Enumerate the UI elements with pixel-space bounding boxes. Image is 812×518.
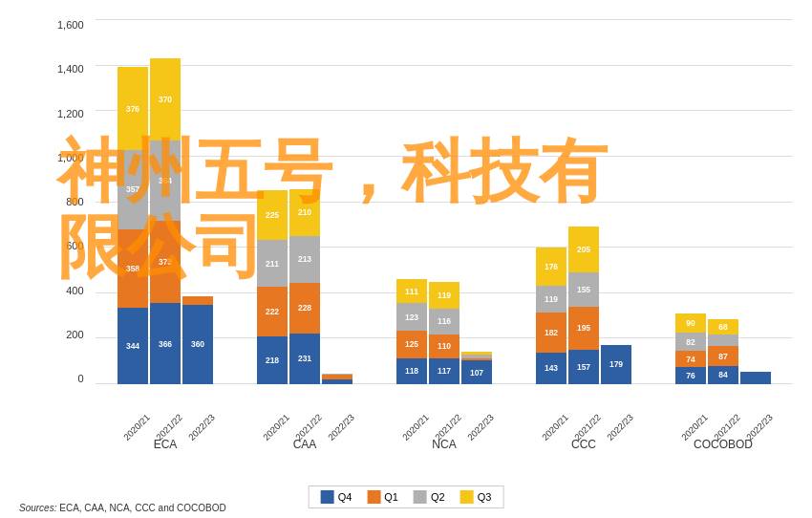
- bar-stack: 3443583573762020/21: [118, 67, 148, 384]
- bar-segment-q3: [461, 352, 492, 355]
- bar-segment-q2: 123: [396, 303, 427, 330]
- bar-segment-q2: 155: [568, 272, 599, 307]
- bar-segment-q2: [708, 335, 738, 347]
- legend-color-q4: [321, 490, 334, 504]
- bar-segment-q3: 111: [396, 279, 427, 304]
- bar-segment-q3: 210: [289, 189, 320, 236]
- bar-stack: 2312282132102021/22: [289, 189, 320, 384]
- bar-value-label: 90: [686, 318, 694, 328]
- bar-value-label: 344: [126, 341, 139, 351]
- bar-segment-q2: 211: [257, 240, 288, 287]
- legend-item-q1: Q1: [367, 490, 398, 504]
- bar-value-label: 228: [298, 303, 311, 313]
- bar-segment-q2: 82: [675, 333, 706, 351]
- bar-segment-q2: [461, 355, 492, 358]
- legend-item-q3: Q3: [460, 490, 492, 504]
- bar-value-label: 176: [545, 262, 558, 271]
- chart-container: 02004006008001,0001,2001,4001,600 344358…: [0, 0, 812, 518]
- bar-segment-q3: 176: [536, 248, 566, 287]
- bar-segment-q1: 195: [568, 307, 599, 350]
- bar-segment-q1: 222: [257, 287, 288, 335]
- bar-segment-q2: 119: [536, 286, 566, 313]
- y-axis-label: 1,400: [57, 63, 84, 75]
- y-axis: 02004006008001,0001,2001,4001,600: [57, 19, 89, 384]
- bar-value-label: 84: [718, 370, 727, 379]
- bar-value-label: 366: [159, 339, 172, 349]
- bar-segment-q1: 125: [396, 331, 427, 358]
- bar-value-label: 110: [438, 341, 451, 351]
- bar-segment-q3: 205: [568, 227, 599, 271]
- bar-value-label: 118: [405, 366, 418, 376]
- bar-segment-q4: 360: [182, 305, 213, 384]
- bar-value-label: 225: [266, 210, 279, 220]
- bar-stack: 1171101161192021/22: [429, 282, 459, 384]
- chart-area: 02004006008001,0001,2001,4001,600 344358…: [57, 19, 793, 442]
- bar-segment-q2: 357: [118, 150, 148, 229]
- y-axis-label: 1,000: [57, 152, 84, 163]
- bar-value-label: 231: [298, 354, 311, 363]
- bar-segment-q1: 110: [429, 335, 459, 358]
- y-axis-label: 400: [66, 285, 83, 296]
- bar-stack: 1431821191762020/21: [536, 248, 566, 384]
- bar-stack: 1571951552052021/22: [568, 227, 599, 384]
- bar-value-label: 143: [545, 363, 558, 373]
- bar-value-label: 155: [577, 285, 590, 294]
- bar-value-label: 218: [266, 356, 279, 365]
- year-label: 2020/21: [121, 412, 152, 442]
- bar-value-label: 222: [266, 307, 279, 316]
- bar-value-label: 119: [545, 294, 558, 304]
- bar-segment-q3: 119: [429, 282, 459, 309]
- bar-stack: 2022/23: [740, 372, 771, 384]
- bar-segment-q4: 344: [118, 308, 148, 384]
- y-axis-label: 200: [66, 329, 83, 340]
- bar-segment-q4: [740, 372, 771, 384]
- bar-stack: 2182222112252020/21: [257, 190, 288, 384]
- bar-value-label: 123: [405, 313, 418, 322]
- bar-value-label: 357: [126, 184, 139, 194]
- category-label-ccc: CCC: [571, 438, 596, 451]
- y-axis-label: 1,600: [57, 19, 84, 31]
- bar-segment-q3: 68: [708, 319, 738, 335]
- category-group-ccc: 1431821191762020/211571951552052021/2217…: [514, 227, 653, 384]
- bar-value-label: 111: [405, 287, 418, 296]
- bar-value-label: 76: [686, 371, 694, 380]
- category-group-cocobod: 767482902020/218487682021/222022/23COCOB…: [653, 313, 793, 384]
- bar-segment-q2: 213: [289, 236, 320, 283]
- legend-color-q1: [367, 490, 380, 504]
- bar-segment-q4: 84: [708, 366, 738, 384]
- category-label-eca: ECA: [154, 438, 178, 451]
- bar-value-label: 210: [298, 207, 311, 217]
- bar-stack: 1072022/23: [461, 352, 492, 384]
- bar-segment-q4: 218: [257, 336, 288, 384]
- y-axis-label: 600: [66, 240, 83, 251]
- legend-item-q4: Q4: [321, 490, 353, 504]
- bar-segment-q3: 370: [150, 58, 181, 140]
- y-axis-label: 1,200: [57, 108, 84, 119]
- bar-segment-q3: 90: [675, 313, 706, 334]
- bar-segment-q4: 118: [396, 358, 427, 384]
- bar-stack: 8487682021/22: [708, 319, 738, 384]
- bar-stack: 3602022/23: [182, 296, 213, 384]
- bar-stack: 3663733643702021/22: [150, 58, 181, 384]
- bar-stack: 2022/23: [322, 374, 353, 384]
- bar-segment-q3: 225: [257, 190, 288, 240]
- bar-segment-q4: 76: [675, 367, 706, 384]
- bar-value-label: 376: [126, 104, 139, 114]
- y-axis-label: 800: [66, 196, 83, 207]
- bar-segment-q1: [461, 358, 492, 361]
- category-group-nca: 1181251231112020/211171101161192021/2210…: [374, 279, 514, 384]
- category-group-eca: 3443583573762020/213663733643702021/2236…: [96, 58, 235, 384]
- bar-value-label: 116: [438, 316, 451, 326]
- source-label: Sources: ECA, CAA, NCA, CCC and COCOBOD: [19, 503, 226, 513]
- bar-stack: 1181251231112020/21: [396, 279, 427, 384]
- bar-value-label: 373: [159, 257, 172, 267]
- bar-segment-q1: 358: [118, 229, 148, 309]
- category-label-caa: CAA: [293, 438, 317, 451]
- bar-segment-q4: 231: [289, 334, 320, 384]
- bar-segment-q4: 117: [429, 358, 459, 384]
- bar-segment-q4: 366: [150, 303, 181, 384]
- bar-value-label: 205: [577, 245, 590, 254]
- legend-color-q2: [414, 490, 427, 504]
- bar-segment-q4: 107: [461, 360, 492, 384]
- bar-value-label: 74: [686, 355, 694, 364]
